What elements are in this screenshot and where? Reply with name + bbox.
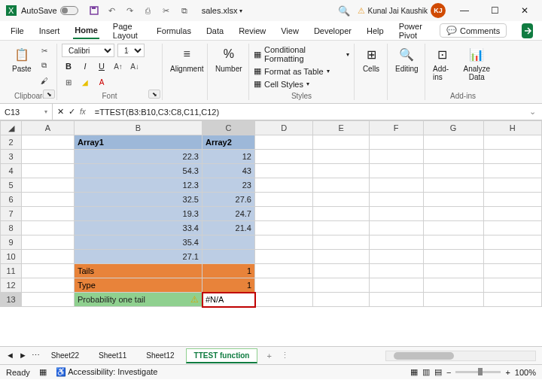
col-header-e[interactable]: E (313, 121, 370, 135)
cell[interactable]: 43 (202, 164, 255, 178)
font-size-select[interactable]: 14 (117, 44, 145, 57)
row-header[interactable]: 13 (1, 293, 22, 307)
bold-button[interactable]: B (62, 59, 75, 73)
tab-developer[interactable]: Developer (312, 23, 353, 38)
formula-bar[interactable]: =TTEST(B3:B10,C3:C8,C11,C12) (90, 108, 523, 117)
tab-home[interactable]: Home (73, 23, 99, 39)
row-header[interactable]: 7 (1, 207, 22, 221)
col-header-d[interactable]: D (255, 121, 313, 135)
view-pagebreak-icon[interactable]: ▤ (434, 367, 442, 377)
accessibility-status[interactable]: ♿ Accessibility: Investigate (56, 367, 158, 377)
number-button[interactable]: % Number (212, 44, 245, 74)
tab-power-pivot[interactable]: Power Pivot (397, 19, 428, 43)
name-box[interactable]: C13 ▾ (0, 104, 53, 120)
new-sheet-button[interactable]: + (260, 351, 277, 360)
cell[interactable]: 19.3 (75, 207, 202, 221)
cell[interactable] (202, 250, 255, 264)
tab-review[interactable]: Review (237, 23, 267, 38)
alignment-button[interactable]: ≡ Alignment (167, 44, 206, 74)
view-normal-icon[interactable]: ▦ (410, 367, 418, 377)
tab-view[interactable]: View (279, 23, 300, 38)
tab-data[interactable]: Data (205, 23, 225, 38)
row-header[interactable]: 12 (1, 278, 22, 293)
col-header-c[interactable]: C (202, 121, 255, 135)
row-header[interactable]: 4 (1, 164, 22, 178)
sheet-menu-icon[interactable]: ⋮ (281, 351, 289, 360)
row-header[interactable]: 9 (1, 236, 22, 250)
format-as-table-button[interactable]: ▦Format as Table▾ (254, 66, 330, 76)
cut-button[interactable]: ✂ (38, 44, 51, 57)
spreadsheet-grid[interactable]: ◢ A B C D E F G H 2Array1Array2 322.312 … (0, 120, 542, 346)
filename[interactable]: sales.xlsx ▾ (202, 6, 243, 15)
fill-color-button[interactable]: ◢ (78, 75, 92, 89)
cell[interactable]: 24.7 (202, 207, 255, 221)
cell-styles-button[interactable]: ▦Cell Styles▾ (254, 79, 309, 89)
copy-icon[interactable]: ⧉ (179, 5, 190, 16)
cell[interactable]: Tails (75, 264, 202, 278)
addins-button[interactable]: ⊡ Add-ins (430, 44, 455, 83)
sheet-tab[interactable]: Sheet12 (138, 348, 182, 363)
clipboard-launcher[interactable]: ⬊ (43, 90, 55, 99)
redo-icon[interactable]: ↷ (125, 5, 136, 16)
cell[interactable] (202, 236, 255, 250)
cell[interactable]: Array2 (202, 135, 255, 150)
sheet-tab[interactable]: Sheet11 (90, 348, 135, 363)
tab-insert[interactable]: Insert (38, 23, 62, 38)
autosave-toggle[interactable]: AutoSave (21, 6, 78, 15)
row-header[interactable]: 5 (1, 178, 22, 193)
error-warning-icon[interactable]: ⚠ (190, 294, 199, 305)
save-icon[interactable] (89, 5, 99, 16)
copy-button[interactable]: ⧉ (38, 59, 51, 72)
sheet-tab-active[interactable]: TTEST function (186, 348, 258, 363)
cells-button[interactable]: ⊞ Cells (359, 44, 383, 74)
zoom-slider[interactable] (455, 371, 501, 373)
cut-icon[interactable]: ✂ (161, 5, 172, 16)
share-button[interactable] (522, 23, 533, 38)
sheet-nav-next[interactable]: ► (19, 351, 27, 360)
cell[interactable]: Array1 (75, 135, 202, 150)
tab-formulas[interactable]: Formulas (155, 23, 193, 38)
user-account[interactable]: ⚠ Kunal Jai Kaushik KJ (358, 3, 446, 18)
editing-button[interactable]: 🔍 Editing (392, 44, 422, 74)
cell[interactable]: 54.3 (75, 164, 202, 178)
row-header[interactable]: 10 (1, 250, 22, 264)
maximize-button[interactable]: ☐ (483, 3, 506, 18)
close-button[interactable]: ✕ (513, 3, 536, 18)
border-button[interactable]: ⊞ (62, 75, 75, 89)
decrease-font-button[interactable]: A↓ (128, 59, 142, 73)
font-launcher[interactable]: ⬊ (148, 90, 160, 99)
cell[interactable]: 12.3 (75, 178, 202, 193)
format-painter-button[interactable]: 🖌 (38, 74, 51, 87)
cell[interactable]: 12 (202, 150, 255, 164)
sheet-nav-more[interactable]: ⋯ (32, 351, 40, 360)
cell[interactable]: 35.4 (75, 236, 202, 250)
view-layout-icon[interactable]: ▥ (422, 367, 430, 377)
col-header-b[interactable]: B (75, 121, 202, 135)
row-header[interactable]: 8 (1, 221, 22, 236)
paste-button[interactable]: 📋 Paste (9, 44, 35, 74)
minimize-button[interactable]: — (453, 3, 476, 18)
analyze-data-button[interactable]: 📊 Analyze Data (458, 44, 496, 83)
cancel-formula-icon[interactable]: ✕ (57, 107, 64, 117)
col-header-g[interactable]: G (423, 121, 483, 135)
cell[interactable]: Probability one tail⚠ (75, 293, 202, 307)
expand-formula-icon[interactable]: ⌄ (523, 107, 542, 117)
sheet-tab[interactable]: Sheet22 (43, 348, 87, 363)
row-header[interactable]: 2 (1, 135, 22, 150)
increase-font-button[interactable]: A↑ (111, 59, 125, 73)
col-header-a[interactable]: A (22, 121, 75, 135)
row-header[interactable]: 3 (1, 150, 22, 164)
tab-file[interactable]: File (9, 23, 26, 38)
cell[interactable]: 1 (202, 264, 255, 278)
fx-icon[interactable]: fx (80, 108, 86, 116)
cell[interactable]: 22.3 (75, 150, 202, 164)
cell[interactable]: 33.4 (75, 221, 202, 236)
comments-button[interactable]: 💬 Comments (440, 23, 507, 38)
select-all-corner[interactable]: ◢ (1, 121, 22, 135)
font-color-button[interactable]: A (95, 75, 108, 89)
italic-button[interactable]: I (78, 59, 92, 73)
zoom-in-button[interactable]: + (505, 368, 510, 377)
font-name-select[interactable]: Calibri (62, 44, 114, 57)
enter-formula-icon[interactable]: ✓ (69, 107, 75, 117)
cell[interactable]: 21.4 (202, 221, 255, 236)
